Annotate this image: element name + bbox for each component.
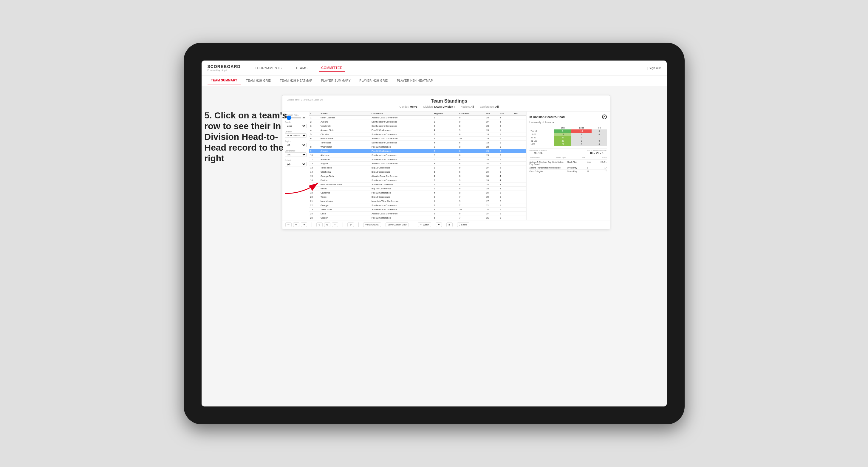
toolbar-flag-button[interactable]: ⚑: [436, 222, 442, 227]
cell-conf-rank: 9: [458, 199, 485, 204]
cell-school: California: [319, 191, 370, 195]
cell-conference: Atlantic Coast Conference: [370, 162, 433, 166]
sign-out-link[interactable]: | Sign out: [647, 66, 660, 70]
tournament-row-3[interactable]: Cabo Collegiate Stroke Play 11 17: [530, 170, 607, 173]
cell-conference: Big 12 Conference: [370, 170, 433, 174]
h2h-tie-100plus: 0: [592, 143, 607, 146]
h2h-tie-26-50: 1: [592, 136, 607, 139]
cell-rds: 23: [485, 116, 499, 120]
cell-reg-rank: 7: [433, 178, 458, 183]
subnav-player-h2h-heatmap[interactable]: PLAYER H2H HEATMAP: [393, 77, 437, 84]
col-rank: #: [309, 112, 320, 116]
cell-reg-rank: 8: [433, 204, 458, 208]
cell-conference: Big Ten Conference: [370, 187, 433, 191]
table-row[interactable]: 13 Texas Tech Big 12 Conference 1 9 27 2: [309, 166, 526, 170]
table-row[interactable]: 24 Duke Atlantic Coast Conference 5 9 27…: [309, 212, 526, 216]
cell-win: [513, 136, 526, 141]
cell-tour: 1: [499, 145, 513, 149]
table-row[interactable]: 4 Arizona State Pac-12 Conference 4 9 26…: [309, 128, 526, 132]
toolbar-zoom-out-button[interactable]: ⊖: [316, 222, 322, 227]
cell-conference: Southeastern Conference: [370, 153, 433, 157]
h2h-row-top10: Top 10 3 13 0: [530, 129, 607, 133]
table-row[interactable]: 20 Texas Big 12 Conference 3 7 20 0: [309, 195, 526, 199]
toolbar-clock-button[interactable]: ⏱: [347, 222, 354, 227]
cell-conf-rank: 9: [458, 128, 485, 132]
h2h-row-26-50: 26-50 25 2 1: [530, 136, 607, 139]
tournament-row-1[interactable]: Jackson T. Stephens Cup Men's Match-Play…: [530, 160, 607, 166]
cell-reg-rank: 5: [433, 153, 458, 157]
table-row[interactable]: 15 Georgia Tech Atlantic Coast Conferenc…: [309, 174, 526, 178]
tournament-row-2[interactable]: Arizona Thunderbirds Intercollegiate Str…: [530, 166, 607, 170]
table-row[interactable]: 19 California Pac-12 Conference 4 8 24 2: [309, 191, 526, 195]
table-row[interactable]: 10 Alabama Southeastern Conference 5 8 2…: [309, 153, 526, 157]
toolbar-save-custom-view-button[interactable]: Save Custom View: [385, 222, 408, 227]
table-row[interactable]: 12 Virginia Atlantic Coast Conference 3 …: [309, 162, 526, 166]
subnav-team-summary[interactable]: TEAM SUMMARY: [208, 77, 241, 84]
cell-reg-rank: 4: [433, 191, 458, 195]
cell-win: [513, 199, 526, 204]
nav-committee[interactable]: COMMITTEE: [319, 64, 345, 71]
table-row[interactable]: 2 Auburn Southeastern Conference 1 9 27 …: [309, 120, 526, 124]
table-row[interactable]: 21 New Mexico Mountain West Conference 1…: [309, 199, 526, 204]
cell-tour: 4: [499, 116, 513, 120]
table-row[interactable]: 1 North Carolina Atlantic Coast Conferen…: [309, 116, 526, 120]
cell-win: [513, 178, 526, 183]
toolbar-forward-button[interactable]: ⇥: [301, 222, 307, 227]
table-row[interactable]: 6 Florida State Atlantic Coast Conferenc…: [309, 136, 526, 141]
cell-conf-rank: 8: [458, 145, 485, 149]
cell-conference: Pac-12 Conference: [370, 145, 433, 149]
table-row[interactable]: 17 East Tennessee State Southern Confere…: [309, 183, 526, 187]
cell-rds: 23: [485, 124, 499, 128]
nav-teams[interactable]: TEAMS: [293, 65, 310, 71]
table-row[interactable]: 25 Oregon Pac-12 Conference 5 7 21 0: [309, 216, 526, 220]
cell-rank: 22: [309, 204, 320, 208]
toolbar-fit-button[interactable]: ↔: [332, 222, 338, 227]
subnav-team-h2h-grid[interactable]: TEAM H2H GRID: [242, 77, 275, 84]
toolbar-sep-2: [343, 222, 343, 227]
table-row[interactable]: 23 Texas A&M Southeastern Conference 9 1…: [309, 208, 526, 212]
h2h-panel: In Division Head-to-Head ✕ University of…: [526, 112, 610, 220]
table-row[interactable]: 7 Tennessee Southeastern Conference 4 6 …: [309, 141, 526, 145]
save-custom-view-label: Save Custom View: [388, 223, 406, 226]
cell-reg-rank: 6: [433, 157, 458, 162]
table-row[interactable]: 5 Ole Miss Southeastern Conference 3 6 1…: [309, 132, 526, 136]
table-row[interactable]: 16 Florida Southeastern Conference 7 9 2…: [309, 178, 526, 183]
table-row[interactable]: 3 Vanderbilt Southeastern Conference 2 8…: [309, 124, 526, 128]
toolbar-undo-button[interactable]: ↩: [285, 222, 291, 227]
subnav-team-h2h-heatmap[interactable]: TEAM H2H HEATMAP: [276, 77, 316, 84]
table-row[interactable]: 11 Arkansas Southeastern Conference 6 8 …: [309, 157, 526, 162]
subnav-player-h2h-grid[interactable]: PLAYER H2H GRID: [356, 77, 392, 84]
outer-container: SCOREBOARD Powered by clippd TOURNAMENTS…: [0, 0, 868, 467]
cell-conference: Pac-12 Conference: [370, 191, 433, 195]
sub-nav: TEAM SUMMARY TEAM H2H GRID TEAM H2H HEAT…: [202, 75, 667, 86]
tournament-header-row: Tournament Event Type Pos Score: [530, 157, 607, 160]
h2h-row-100plus: >100 27 0 0: [530, 143, 607, 146]
h2h-close-button[interactable]: ✕: [602, 115, 607, 119]
toolbar-zoom-in-button[interactable]: ⊕: [324, 222, 330, 227]
toolbar-view-original-button[interactable]: View: Original: [363, 222, 381, 227]
h2h-range-26-50: 26-50: [530, 136, 554, 139]
cell-school: Florida: [319, 178, 370, 183]
cell-win: [513, 145, 526, 149]
toolbar-redo-button[interactable]: ↪: [293, 222, 299, 227]
cell-conf-rank: 8: [458, 153, 485, 157]
col-reg-rank: Reg Rank: [433, 112, 458, 116]
bottom-toolbar: ↩ ↪ ⇥ ⊖ ⊕ ↔ ⏱: [282, 220, 610, 229]
toolbar-watch-button[interactable]: 👁 Watch: [418, 222, 431, 227]
toolbar-grid-button[interactable]: ⊞: [446, 222, 453, 227]
min-rounds-slider[interactable]: [286, 117, 302, 118]
top-nav: SCOREBOARD Powered by clippd TOURNAMENTS…: [202, 61, 667, 75]
table-row[interactable]: 9 Arizona Pac-12 Conference 5 8 23 3: [309, 149, 526, 153]
toolbar-share-button[interactable]: ⤴ Share: [457, 222, 469, 227]
nav-tournaments[interactable]: TOURNAMENTS: [253, 65, 284, 71]
table-row[interactable]: 8 Washington Pac-12 Conference 2 8 23 1: [309, 145, 526, 149]
table-row[interactable]: 18 Illinois Big Ten Conference 1 9 23 3: [309, 187, 526, 191]
cell-tour: 3: [499, 153, 513, 157]
cell-win: [513, 170, 526, 174]
table-row[interactable]: 14 Oklahoma Big 12 Conference 5 6 24 2: [309, 170, 526, 174]
subnav-player-summary[interactable]: PLAYER SUMMARY: [317, 77, 354, 84]
table-row[interactable]: 22 Georgia Southeastern Conference 8 7 2…: [309, 204, 526, 208]
cell-conf-rank: 8: [458, 183, 485, 187]
cell-rank: 9: [309, 149, 320, 153]
toolbar-sep-1: [312, 222, 312, 227]
